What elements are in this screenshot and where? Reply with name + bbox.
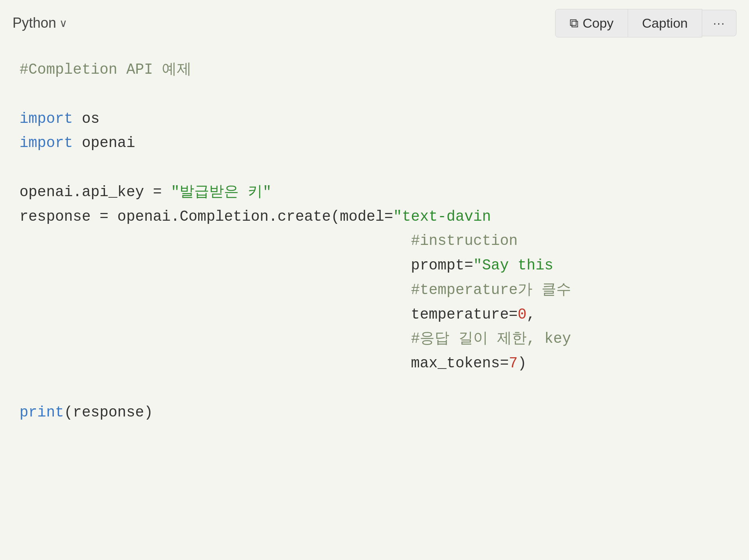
normal-indent-2: prompt=	[20, 257, 473, 274]
toolbar-right: ⧉ Copy Caption ···	[555, 9, 737, 37]
normal-indent-4: temperature=	[20, 306, 518, 323]
more-button[interactable]: ···	[702, 10, 737, 36]
chevron-down-icon: ∨	[59, 17, 67, 30]
code-line-temperature-comment: #temperature가 클수	[20, 278, 729, 303]
normal-os: os	[73, 110, 99, 127]
code-line-1: #Completion API 예제	[20, 58, 729, 82]
code-line-instruction-comment: #instruction	[20, 229, 729, 253]
normal-api-key: openai.api_key =	[20, 184, 171, 200]
keyword-import-2: import	[20, 135, 73, 151]
code-line-api-key: openai.api_key = "발급받은 키"	[20, 180, 729, 205]
toolbar: Python ∨ ⧉ Copy Caption ···	[0, 0, 749, 46]
more-icon: ···	[713, 16, 725, 30]
normal-print-args: (response)	[64, 404, 153, 421]
normal-paren: )	[518, 355, 527, 372]
comment-temperature: #temperature가 클수	[411, 282, 571, 298]
code-line-max-tokens-comment: #응답 길이 제한, key	[20, 327, 729, 351]
string-api-key: "발급받은 키"	[171, 184, 272, 200]
number-max-tokens: 7	[509, 355, 518, 372]
normal-indent-3	[20, 282, 411, 298]
number-temperature: 0	[518, 306, 527, 323]
caption-label: Caption	[642, 16, 688, 31]
comment-span: #Completion API 예제	[20, 61, 192, 78]
code-line-import-openai: import openai	[20, 131, 729, 156]
code-line-prompt: prompt="Say this	[20, 253, 729, 278]
normal-indent-6: max_tokens=	[20, 355, 509, 372]
copy-button[interactable]: ⧉ Copy	[555, 9, 628, 37]
empty-line-2	[20, 156, 729, 180]
normal-openai: openai	[73, 135, 135, 151]
comment-max-tokens: #응답 길이 제한, key	[411, 330, 571, 347]
code-line-temperature: temperature=0,	[20, 303, 729, 327]
code-line-response: response = openai.Completion.create(mode…	[20, 205, 729, 229]
code-container: Python ∨ ⧉ Copy Caption ··· #Completion …	[0, 0, 749, 560]
code-line-max-tokens: max_tokens=7)	[20, 351, 729, 376]
copy-label: Copy	[582, 16, 613, 31]
language-selector[interactable]: Python ∨	[12, 15, 67, 31]
empty-line-1	[20, 82, 729, 107]
code-line-import-os: import os	[20, 107, 729, 131]
normal-response: response = openai.Completion.create(mode…	[20, 208, 393, 225]
caption-button[interactable]: Caption	[628, 9, 702, 37]
normal-comma: ,	[527, 306, 536, 323]
builtin-print: print	[20, 404, 64, 421]
normal-indent-1	[20, 232, 411, 249]
keyword-import-1: import	[20, 110, 73, 127]
normal-indent-5	[20, 330, 411, 347]
code-block: #Completion API 예제 import os import open…	[0, 46, 749, 560]
comment-instruction: #instruction	[411, 232, 518, 249]
empty-line-3	[20, 376, 729, 401]
code-line-print: print(response)	[20, 401, 729, 425]
string-model: "text-davin	[393, 208, 491, 225]
copy-icon: ⧉	[570, 16, 579, 30]
language-label: Python	[12, 15, 56, 31]
string-prompt: "Say this	[473, 257, 553, 274]
